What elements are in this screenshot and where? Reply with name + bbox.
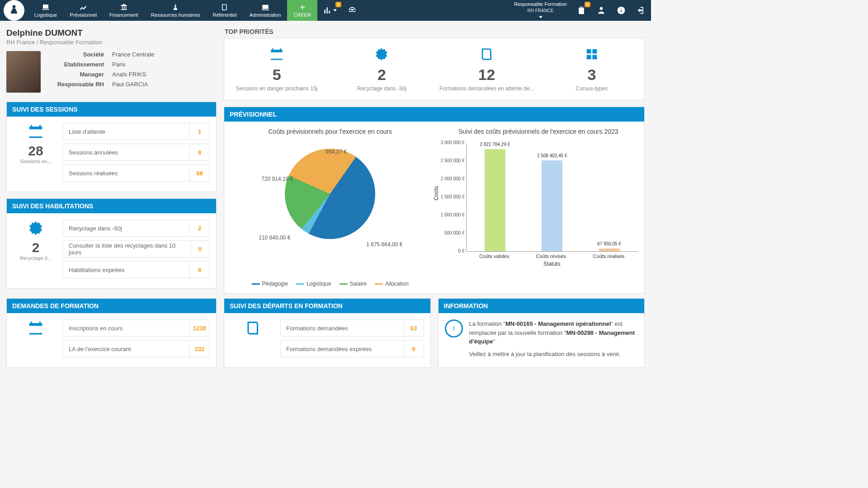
list-item[interactable]: Inscriptions en cours1230: [63, 319, 210, 337]
logout-icon[interactable]: [631, 0, 651, 21]
nav-dashboard-icon[interactable]: [342, 0, 362, 21]
list-item[interactable]: Recyclage dans -60j2: [63, 220, 210, 237]
top-priorites: TOP PRIORITÉS 5Sessions en danger procha…: [224, 25, 645, 100]
calendar-icon: [269, 47, 284, 62]
panel-information: INFORMATION La formation "MN-00165 - Man…: [438, 298, 645, 368]
panel-sessions: SUIVI DES SESSIONS 28 Sessions en... Lis…: [6, 102, 217, 192]
nav-referentiel[interactable]: Référentiel: [207, 0, 243, 21]
nav-previsionnel[interactable]: Prévisionnel: [63, 0, 103, 21]
panel-departs: SUIVI DES DÉPARTS EN FORMATION Formation…: [224, 298, 431, 368]
panel-sessions-header: SUIVI DES SESSIONS: [7, 102, 216, 117]
info-text: La formation "MN-00165 - Management opér…: [469, 319, 638, 358]
clipboard-icon[interactable]: 0: [571, 0, 591, 21]
panel-habilitations: SUIVI DES HABILITATIONS 2 Recyclage d...…: [6, 198, 217, 289]
book-icon: [479, 47, 495, 62]
list-item[interactable]: Formations demandées63: [280, 319, 424, 337]
list-item[interactable]: Consulter la liste des recyclages dans 1…: [63, 240, 210, 258]
bar-chart: Suivi des coûts prévisionnels de l'exerc…: [439, 128, 638, 287]
panel-demandes: DEMANDES DE FORMATION Inscriptions en co…: [6, 298, 217, 368]
nav-logistique[interactable]: Logistique: [28, 0, 63, 21]
avatar: [6, 51, 41, 93]
nav-financement[interactable]: Financement: [103, 0, 145, 21]
panel-previsionnel: PRÉVISIONNEL Coûts prévisionnels pour l'…: [224, 107, 645, 294]
list-item[interactable]: Habilitations expirées8: [63, 261, 210, 278]
pie-chart: Coûts prévisionnels pour l'exercice en c…: [231, 128, 430, 287]
app-logo[interactable]: [4, 0, 24, 21]
seal-icon: [27, 220, 44, 237]
nav-stats-icon[interactable]: 5: [317, 0, 342, 21]
list-item[interactable]: Sessions réalisées68: [63, 164, 210, 182]
seal-icon: [374, 47, 389, 62]
list-item[interactable]: LA de l'exercice courant232: [63, 340, 210, 357]
navbar: Logistique Prévisionnel Financement Ress…: [0, 0, 651, 21]
calendar-icon: [27, 123, 44, 140]
org-selector[interactable]: Responsable Formation RH FRANCE: [509, 1, 571, 20]
prio-formations[interactable]: 12Formations demandées en attente de...: [434, 38, 539, 100]
alert-icon: [445, 319, 463, 338]
book-icon: [245, 319, 262, 337]
stats-badge: 5: [335, 2, 341, 7]
nav-create[interactable]: CRÉER: [287, 0, 317, 21]
list-item[interactable]: Liste d'attente1: [63, 123, 210, 140]
profile-name: Delphine DUMONT: [6, 28, 217, 38]
list-item[interactable]: Formations demandées expirées9: [280, 340, 424, 357]
prio-recyclage[interactable]: 2Recyclage dans -30j: [329, 38, 434, 100]
nav-rh[interactable]: Ressources humaines: [145, 0, 207, 21]
profile-subtitle: RH France / Responsable Formation: [6, 39, 217, 46]
profile-card: Delphine DUMONT RH France / Responsable …: [6, 25, 217, 95]
nav-administration[interactable]: Administration: [243, 0, 288, 21]
clipboard-badge: 0: [585, 2, 590, 7]
info-icon[interactable]: [611, 0, 631, 21]
grid-icon: [584, 47, 599, 62]
prio-cursus[interactable]: 3Cursus-types: [539, 38, 644, 100]
user-icon[interactable]: [591, 0, 611, 21]
calendar-icon: [27, 319, 44, 337]
list-item[interactable]: Sessions annulées8: [63, 144, 210, 161]
prio-sessions-danger[interactable]: 5Sessions en danger prochains 15j: [224, 38, 329, 100]
